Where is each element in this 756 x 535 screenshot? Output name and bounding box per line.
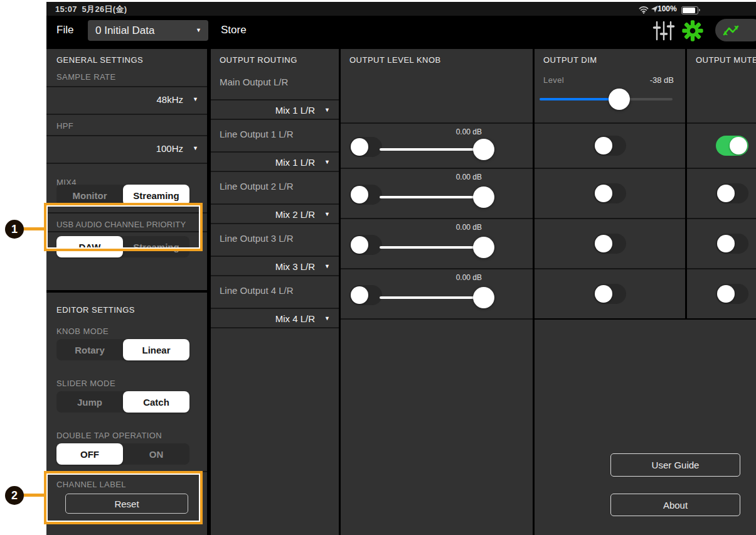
routing-dropdown[interactable]: Mix 3 L/R ▼	[211, 256, 339, 276]
dim-toggle[interactable]	[594, 284, 626, 304]
preset-dropdown[interactable]: 0 Initial Data ▼	[88, 20, 208, 41]
routing-row-main-output: Main Output L/R Mix 1 L/R ▼	[211, 68, 339, 120]
slider-track[interactable]	[380, 296, 484, 299]
level-knob-toggle[interactable]	[349, 285, 382, 305]
knob-mode-segmented-control: Rotary Linear	[56, 339, 189, 360]
slider-track[interactable]	[380, 196, 484, 198]
editor-settings-title: EDITOR SETTINGS	[56, 305, 135, 315]
routing-value: Mix 2 L/R	[275, 209, 315, 220]
routing-row-line-output-3: Line Output 3 L/R Mix 3 L/R ▼	[211, 224, 339, 276]
dim-row-4	[535, 268, 685, 318]
preset-dropdown-value: 0 Initial Data	[95, 24, 155, 37]
dim-row-1	[535, 122, 685, 168]
store-button[interactable]: Store	[221, 24, 247, 36]
annotation-marker-2: 2	[5, 486, 24, 505]
segment-option-on[interactable]: ON	[123, 443, 189, 465]
marker-line-1	[23, 227, 45, 230]
about-button[interactable]: About	[610, 494, 740, 516]
routing-row-label: Main Output L/R	[220, 77, 288, 87]
slider-knob[interactable]	[473, 237, 494, 258]
segment-option-off[interactable]: OFF	[56, 443, 123, 465]
segment-option-jump[interactable]: Jump	[56, 391, 123, 413]
slider-knob[interactable]	[473, 186, 494, 208]
switch-knob	[351, 138, 368, 156]
slider-fill	[540, 98, 619, 100]
output-routing-panel: OUTPUT ROUTING Main Output L/R Mix 1 L/R…	[211, 49, 339, 535]
output-mute-panel: OUTPUT MUTE	[687, 49, 756, 318]
output-dim-title: OUTPUT DIM	[543, 55, 597, 65]
dim-row-3	[535, 218, 685, 268]
level-value: 0.00 dB	[456, 127, 482, 136]
toolbar: File 0 Initial Data ▼ Store	[46, 16, 756, 45]
sample-rate-dropdown[interactable]: 48kHz ▼	[46, 87, 207, 112]
slider-track[interactable]	[380, 246, 484, 249]
status-bar: 15:07 5月26日(金) 100%	[46, 2, 756, 16]
slider-track[interactable]	[380, 148, 484, 151]
mute-toggle[interactable]	[716, 136, 748, 156]
file-menu[interactable]: File	[56, 24, 73, 36]
wifi-icon	[639, 6, 649, 14]
output-level-knob-panel: OUTPUT LEVEL KNOB 0.00 dB 0.00 dB 0.00 d…	[341, 49, 533, 535]
switch-knob	[595, 185, 612, 202]
output-level-knob-title: OUTPUT LEVEL KNOB	[349, 55, 441, 65]
level-row-2: 0.00 dB	[341, 168, 533, 218]
level-knob-toggle[interactable]	[349, 235, 382, 255]
double-tap-segmented-control: OFF ON	[56, 443, 189, 465]
switch-knob	[351, 186, 368, 203]
dim-toggle[interactable]	[594, 234, 626, 254]
chevron-down-icon: ▼	[196, 28, 201, 33]
dim-toggle[interactable]	[594, 136, 626, 156]
chevron-down-icon: ▼	[324, 212, 330, 217]
level-slider[interactable]	[380, 286, 484, 309]
routing-value: Mix 1 L/R	[275, 157, 315, 168]
user-guide-button[interactable]: User Guide	[610, 453, 740, 477]
sync-arrows-icon[interactable]	[715, 19, 756, 41]
level-knob-toggle[interactable]	[349, 185, 382, 205]
sample-rate-label: SAMPLE RATE	[56, 72, 115, 82]
segment-option-catch[interactable]: Catch	[123, 391, 189, 413]
routing-dropdown[interactable]: Mix 1 L/R ▼	[211, 151, 339, 172]
mute-toggle[interactable]	[716, 284, 748, 304]
sample-rate-value: 48kHz	[156, 94, 183, 105]
general-settings-title: GENERAL SETTINGS	[56, 55, 143, 65]
switch-knob	[595, 285, 612, 303]
routing-value: Mix 1 L/R	[275, 105, 315, 116]
segment-option-linear[interactable]: Linear	[123, 339, 189, 360]
routing-dropdown[interactable]: Mix 4 L/R ▼	[211, 308, 339, 328]
level-knob-toggle[interactable]	[349, 137, 382, 157]
level-value: 0.00 dB	[456, 273, 482, 282]
hpf-dropdown[interactable]: 100Hz ▼	[46, 136, 207, 161]
slider-knob[interactable]	[473, 287, 494, 308]
mute-row-1	[687, 122, 756, 168]
output-mute-title: OUTPUT MUTE	[696, 55, 756, 65]
routing-row-label: Line Output 1 L/R	[220, 129, 294, 139]
annotation-marker-1: 1	[5, 220, 24, 239]
level-slider[interactable]	[380, 186, 484, 208]
dim-toggle[interactable]	[594, 183, 626, 203]
status-time-date: 15:07 5月26日(金)	[55, 4, 127, 15]
switch-knob	[717, 235, 735, 252]
highlight-box-usb-priority	[44, 203, 203, 251]
slider-knob[interactable]	[609, 89, 630, 110]
mute-row-3	[687, 218, 756, 268]
routing-row-label: Line Output 3 L/R	[220, 233, 294, 244]
clock: 15:07	[55, 4, 77, 14]
marker-line-2	[23, 494, 45, 497]
switch-knob	[717, 185, 735, 202]
dim-level-label: Level	[543, 75, 564, 85]
settings-gear-icon[interactable]	[681, 19, 704, 42]
level-slider[interactable]	[380, 138, 484, 161]
level-row-4: 0.00 dB	[341, 268, 533, 318]
slider-knob[interactable]	[473, 139, 494, 160]
level-slider[interactable]	[380, 236, 484, 259]
routing-row-line-output-2: Line Output 2 L/R Mix 2 L/R ▼	[211, 172, 339, 224]
routing-dropdown[interactable]: Mix 1 L/R ▼	[211, 99, 339, 120]
hpf-value: 100Hz	[156, 143, 183, 154]
switch-knob	[730, 137, 747, 154]
segment-option-rotary[interactable]: Rotary	[56, 339, 123, 360]
mute-toggle[interactable]	[716, 234, 748, 254]
routing-dropdown[interactable]: Mix 2 L/R ▼	[211, 203, 339, 224]
mixer-faders-icon[interactable]	[652, 19, 675, 42]
dim-level-slider[interactable]	[540, 88, 673, 111]
mute-toggle[interactable]	[716, 183, 748, 203]
